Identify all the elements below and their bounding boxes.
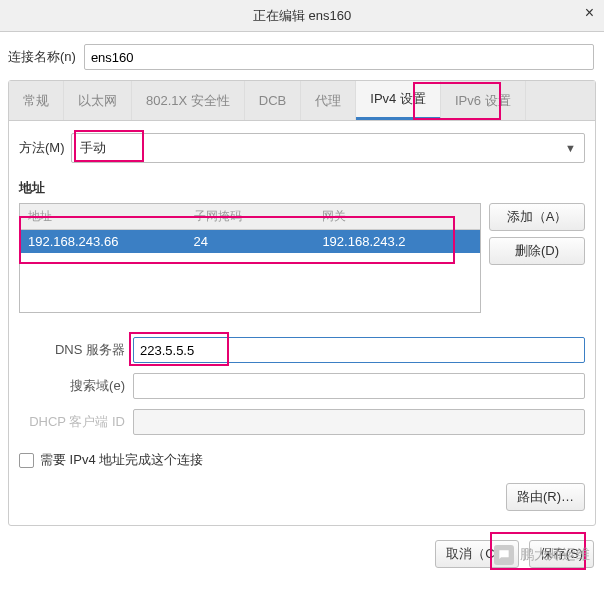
search-domain-label: 搜索域(e): [19, 377, 133, 395]
addresses-header: 地址: [19, 179, 585, 197]
dhcp-client-id-input: [133, 409, 585, 435]
require-ipv4-checkbox[interactable]: [19, 453, 34, 468]
dns-input[interactable]: [133, 337, 585, 363]
method-value: 手动: [80, 139, 106, 157]
addresses-table-header: 地址 子网掩码 网关: [20, 204, 480, 230]
delete-button[interactable]: 删除(D): [489, 237, 585, 265]
addresses-block: 地址 子网掩码 网关 192.168.243.66 24 192.168.243…: [19, 203, 585, 313]
titlebar: 正在编辑 ens160 ×: [0, 0, 604, 32]
col-header-netmask: 子网掩码: [186, 204, 315, 229]
cell-address: 192.168.243.66: [20, 230, 186, 253]
method-row: 方法(M) 手动 ▼: [19, 133, 585, 163]
dns-label: DNS 服务器: [19, 341, 133, 359]
routes-button[interactable]: 路由(R)…: [506, 483, 585, 511]
chevron-down-icon: ▼: [565, 142, 576, 154]
tab-ipv4[interactable]: IPv4 设置: [356, 81, 441, 120]
add-button[interactable]: 添加（A）: [489, 203, 585, 231]
connection-name-label: 连接名称(n): [8, 48, 76, 66]
require-ipv4-row[interactable]: 需要 IPv4 地址完成这个连接: [19, 451, 585, 469]
tab-security[interactable]: 802.1X 安全性: [132, 81, 245, 120]
table-row[interactable]: 192.168.243.66 24 192.168.243.2: [20, 230, 480, 253]
col-header-address: 地址: [20, 204, 186, 229]
method-select[interactable]: 手动 ▼: [71, 133, 586, 163]
dhcp-client-id-label: DHCP 客户端 ID: [19, 413, 133, 431]
cell-gateway: 192.168.243.2: [314, 230, 480, 253]
require-ipv4-label: 需要 IPv4 地址完成这个连接: [40, 451, 203, 469]
addresses-buttons: 添加（A） 删除(D): [489, 203, 585, 313]
addresses-table[interactable]: 地址 子网掩码 网关 192.168.243.66 24 192.168.243…: [19, 203, 481, 313]
window-title: 正在编辑 ens160: [253, 7, 351, 25]
form-grid: DNS 服务器 搜索域(e) DHCP 客户端 ID: [19, 337, 585, 435]
tab-proxy[interactable]: 代理: [301, 81, 356, 120]
routes-row: 路由(R)…: [19, 483, 585, 511]
connection-name-row: 连接名称(n): [0, 32, 604, 80]
col-header-gateway: 网关: [314, 204, 480, 229]
tab-ipv6[interactable]: IPv6 设置: [441, 81, 526, 120]
search-domain-input[interactable]: [133, 373, 585, 399]
chat-icon: [494, 545, 514, 565]
tabs-bar: 常规 以太网 802.1X 安全性 DCB 代理 IPv4 设置 IPv6 设置: [9, 81, 595, 121]
ipv4-panel: 方法(M) 手动 ▼ 地址 地址 子网掩码 网关 192.168.243.66 …: [9, 121, 595, 525]
tabs-container: 常规 以太网 802.1X 安全性 DCB 代理 IPv4 设置 IPv6 设置…: [8, 80, 596, 526]
watermark-text: 鹏大师运维: [520, 546, 590, 564]
tab-dcb[interactable]: DCB: [245, 81, 301, 120]
close-icon[interactable]: ×: [585, 4, 594, 22]
watermark: 鹏大师运维: [494, 545, 590, 565]
method-label: 方法(M): [19, 139, 65, 157]
tab-ethernet[interactable]: 以太网: [64, 81, 132, 120]
tab-general[interactable]: 常规: [9, 81, 64, 120]
connection-name-input[interactable]: [84, 44, 594, 70]
cell-netmask: 24: [186, 230, 315, 253]
